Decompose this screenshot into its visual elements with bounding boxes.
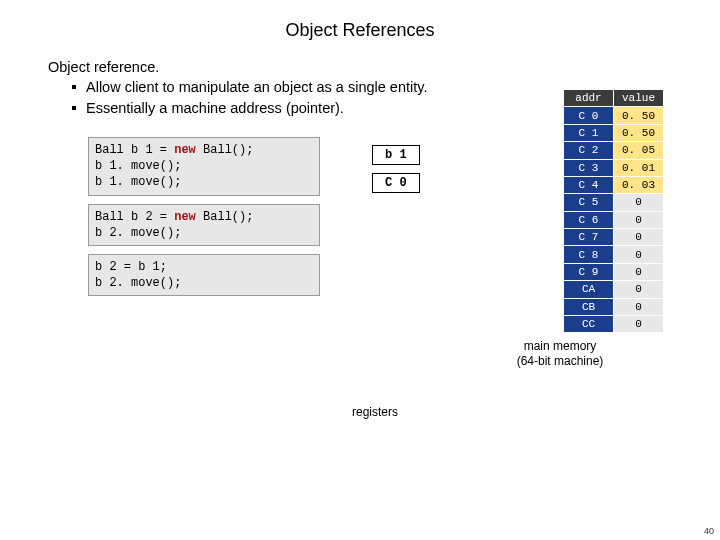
bullet-item: Essentially a machine address (pointer). [72, 98, 704, 119]
bullet-list: Allow client to manipulate an object as … [48, 77, 704, 119]
table-row: C 90 [563, 263, 663, 280]
cell-value: 0. 05 [613, 142, 663, 159]
memory-table: addr value C 00. 50C 10. 50C 20. 05C 30.… [563, 89, 664, 333]
cell-addr: C 1 [563, 124, 613, 141]
memory-caption: main memory (64-bit machine) [450, 339, 670, 368]
cell-value: 0 [613, 315, 663, 332]
cell-addr: CA [563, 281, 613, 298]
code-text: b 2 = b 1; [95, 260, 167, 274]
section-heading: Object reference. [48, 59, 704, 75]
cell-addr: C 4 [563, 176, 613, 193]
table-row: C 70 [563, 229, 663, 246]
code-column: Ball b 1 = new Ball(); b 1. move(); b 1.… [88, 137, 320, 368]
code-text: b 2. move(); [95, 226, 181, 240]
cell-addr: C 3 [563, 159, 613, 176]
code-block-1: Ball b 1 = new Ball(); b 1. move(); b 1.… [88, 137, 320, 196]
table-row: CB0 [563, 298, 663, 315]
cell-addr: C 7 [563, 229, 613, 246]
register-c0: C 0 [372, 173, 420, 193]
bullet-item: Allow client to manipulate an object as … [72, 77, 704, 98]
cell-value: 0 [613, 211, 663, 228]
memory-caption-line1: main memory [524, 339, 597, 353]
cell-value: 0. 03 [613, 176, 663, 193]
cell-addr: C 9 [563, 263, 613, 280]
table-row: C 10. 50 [563, 124, 663, 141]
code-text: b 2. move(); [95, 276, 181, 290]
page-title: Object References [0, 0, 720, 59]
keyword-new: new [174, 143, 196, 157]
cell-value: 0 [613, 246, 663, 263]
registers-caption: registers [352, 405, 398, 419]
cell-addr: CB [563, 298, 613, 315]
code-block-2: Ball b 2 = new Ball(); b 2. move(); [88, 204, 320, 246]
table-row: C 80 [563, 246, 663, 263]
cell-value: 0 [613, 298, 663, 315]
code-block-3: b 2 = b 1; b 2. move(); [88, 254, 320, 296]
code-text: Ball(); [196, 143, 254, 157]
cell-value: 0 [613, 194, 663, 211]
table-row: CC0 [563, 315, 663, 332]
cell-value: 0 [613, 263, 663, 280]
cell-value: 0. 01 [613, 159, 663, 176]
memory-column: addr value C 00. 50C 10. 50C 20. 05C 30.… [450, 137, 670, 368]
cell-addr: CC [563, 315, 613, 332]
registers-column: b 1 C 0 registers [320, 137, 450, 368]
cell-value: 0 [613, 229, 663, 246]
page-number: 40 [704, 526, 714, 536]
cell-addr: C 2 [563, 142, 613, 159]
cell-addr: C 8 [563, 246, 613, 263]
code-text: Ball(); [196, 210, 254, 224]
register-b1: b 1 [372, 145, 420, 165]
code-text: b 1. move(); [95, 175, 181, 189]
cell-value: 0 [613, 281, 663, 298]
code-text: Ball b 1 = [95, 143, 174, 157]
cell-addr: C 5 [563, 194, 613, 211]
keyword-new: new [174, 210, 196, 224]
lower-row: Ball b 1 = new Ball(); b 1. move(); b 1.… [48, 137, 704, 368]
memory-caption-line2: (64-bit machine) [517, 354, 604, 368]
content-area: Object reference. Allow client to manipu… [0, 59, 720, 368]
table-row: C 30. 01 [563, 159, 663, 176]
table-row: CA0 [563, 281, 663, 298]
code-text: Ball b 2 = [95, 210, 174, 224]
table-row: C 20. 05 [563, 142, 663, 159]
table-row: C 50 [563, 194, 663, 211]
table-row: C 40. 03 [563, 176, 663, 193]
table-row: C 60 [563, 211, 663, 228]
cell-value: 0. 50 [613, 124, 663, 141]
code-text: b 1. move(); [95, 159, 181, 173]
cell-addr: C 6 [563, 211, 613, 228]
